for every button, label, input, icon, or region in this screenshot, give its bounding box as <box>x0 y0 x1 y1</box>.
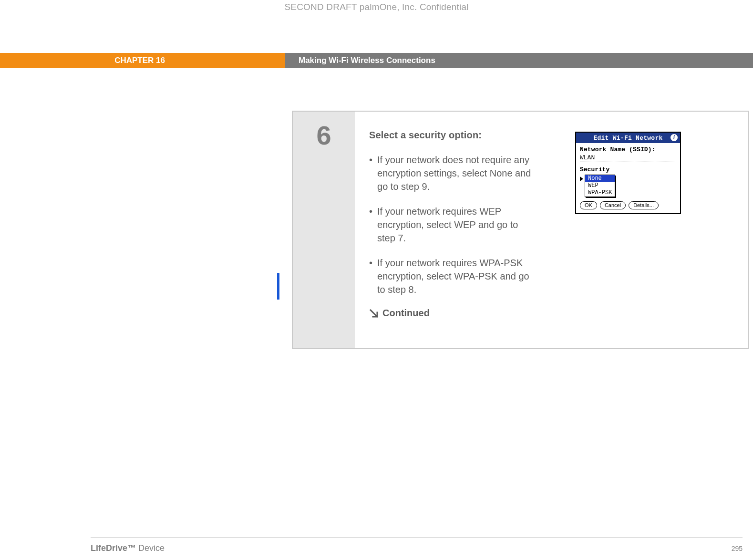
dropdown-option-wpa-psk[interactable]: WPA-PSK <box>585 189 615 197</box>
chapter-bar: CHAPTER 16 <box>0 53 285 68</box>
page: SECOND DRAFT palmOne, Inc. Confidential … <box>0 0 753 560</box>
footer-rule <box>91 538 743 538</box>
change-mark <box>277 273 279 300</box>
ssid-field[interactable]: WLAN <box>580 154 676 162</box>
dropdown-option-none[interactable]: None <box>585 175 615 182</box>
step-number-column: 6 <box>293 112 355 348</box>
dropdown-list: None WEP WPA-PSK <box>585 175 615 197</box>
step-number: 6 <box>316 122 331 348</box>
ok-button[interactable]: OK <box>580 201 597 209</box>
list-item: •If your network does not require any en… <box>369 153 531 193</box>
palm-titlebar: Edit Wi-Fi Network i <box>576 133 680 143</box>
footer-product-bold: LifeDrive™ <box>91 543 138 553</box>
bullet-icon: • <box>369 205 372 245</box>
list-item: •If your network requires WPA-PSK encryp… <box>369 256 531 296</box>
palm-screenshot: Edit Wi-Fi Network i Network Name (SSID)… <box>575 132 681 214</box>
bullet-text: If your network requires WPA-PSK encrypt… <box>377 256 531 296</box>
footer-product: LifeDrive™ Device <box>91 543 165 553</box>
security-dropdown[interactable]: None WEP WPA-PSK <box>580 175 676 197</box>
footer-product-rest: Device <box>138 543 165 553</box>
page-number: 295 <box>732 545 743 552</box>
details-button[interactable]: Details... <box>629 201 659 209</box>
bullet-text: If your network does not require any enc… <box>377 153 531 193</box>
palm-buttons: OK Cancel Details... <box>580 201 676 209</box>
bullet-icon: • <box>369 256 372 296</box>
arrow-down-right-icon <box>369 309 379 318</box>
security-label: Security <box>580 166 676 173</box>
dropdown-arrow-icon <box>580 176 583 181</box>
chapter-label: CHAPTER 16 <box>114 56 165 65</box>
ssid-label: Network Name (SSID): <box>580 146 676 153</box>
bullet-text: If your network requires WEP encryption,… <box>377 205 531 245</box>
step-box: 6 Select a security option: •If your net… <box>292 111 749 349</box>
bullet-icon: • <box>369 153 372 193</box>
draft-header: SECOND DRAFT palmOne, Inc. Confidential <box>0 2 753 12</box>
palm-title-text: Edit Wi-Fi Network <box>593 135 662 142</box>
chapter-title: Making Wi-Fi Wireless Connections <box>299 56 435 65</box>
step-body: Select a security option: •If your netwo… <box>355 112 748 348</box>
dropdown-option-wep[interactable]: WEP <box>585 182 615 189</box>
palm-body: Network Name (SSID): WLAN Security None … <box>576 143 680 213</box>
continued-indicator: Continued <box>369 308 733 319</box>
info-icon[interactable]: i <box>670 134 678 141</box>
cancel-button[interactable]: Cancel <box>600 201 626 209</box>
list-item: •If your network requires WEP encryption… <box>369 205 531 245</box>
continued-label: Continued <box>382 308 430 319</box>
title-bar: Making Wi-Fi Wireless Connections <box>285 53 753 68</box>
